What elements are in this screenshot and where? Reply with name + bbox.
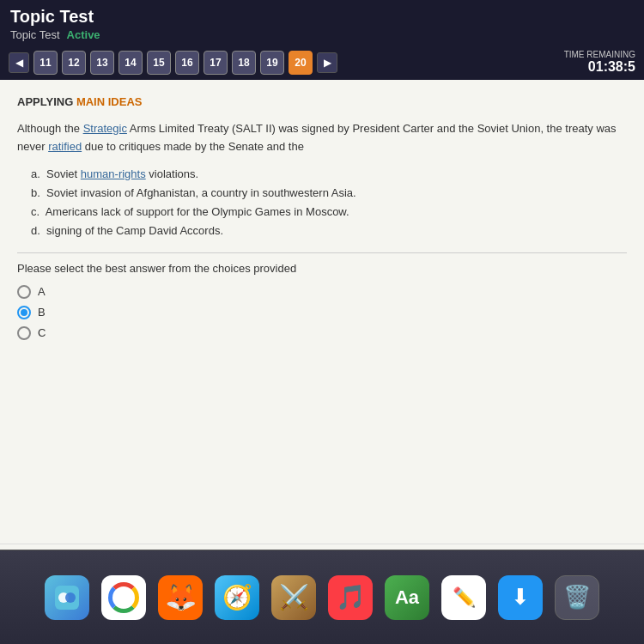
option-c-label: C [38, 326, 46, 339]
nav-btn-12[interactable]: 12 [62, 51, 86, 75]
option-c-row[interactable]: C [17, 326, 627, 340]
download-icon[interactable]: ⬇ [498, 575, 543, 620]
action-row: Mark this and return Save and Exit Next … [0, 544, 644, 550]
dock: 🦊 🧭 ⚔️ 🎵 Aa ✏️ ⬇ 🗑️ [0, 550, 644, 644]
nav-btn-13[interactable]: 13 [90, 51, 114, 75]
answer-list: a. Soviet human-rights violations. b. So… [31, 165, 627, 240]
prev-arrow[interactable]: ◀ [9, 52, 29, 73]
nav-btn-15[interactable]: 15 [147, 51, 171, 75]
dictionary-icon[interactable]: Aa [385, 575, 429, 620]
warrior-icon[interactable]: ⚔️ [271, 575, 316, 620]
select-prompt: Please select the best answer from the c… [17, 252, 627, 275]
radio-a[interactable] [17, 285, 31, 299]
answer-a: a. Soviet human-rights violations. [31, 165, 627, 184]
options-area: A B C [17, 285, 627, 340]
page-title: Topic Test [10, 7, 634, 27]
music-icon[interactable]: 🎵 [328, 575, 373, 620]
nav-btn-17[interactable]: 17 [204, 51, 228, 75]
header-bar: Topic Test Topic Test Active [0, 0, 644, 45]
salt-link: Strategic [83, 122, 127, 135]
answer-b: b. Soviet invasion of Afghanistan, a cou… [31, 184, 627, 203]
option-b-row[interactable]: B [17, 306, 627, 319]
section-heading: APPLYING MAIN IDEAS [17, 95, 627, 108]
textedit-icon[interactable]: ✏️ [441, 575, 486, 620]
trash-icon[interactable]: 🗑️ [555, 575, 599, 620]
heading-main-ideas: MAIN IDEAS [76, 95, 143, 108]
next-arrow[interactable]: ▶ [317, 52, 337, 73]
subtitle-text: Topic Test [10, 28, 60, 41]
option-a-label: A [38, 285, 46, 298]
question-body: Although the Strategic Arms Limited Trea… [17, 120, 627, 156]
radio-b-fill [21, 309, 27, 316]
option-a-row[interactable]: A [17, 285, 627, 299]
content-area: APPLYING MAIN IDEAS Although the Strateg… [0, 80, 644, 544]
time-label: TIME REMAINING [564, 50, 635, 59]
nav-btn-11[interactable]: 11 [33, 51, 58, 75]
radio-b[interactable] [17, 306, 31, 319]
nav-btn-16[interactable]: 16 [175, 51, 199, 75]
ratified-link: ratified [48, 140, 82, 153]
status-badge: Active [67, 28, 100, 41]
heading-applying: APPLYING [17, 95, 76, 108]
question-nav: ◀ 11 12 13 14 15 16 17 18 19 20 ▶ TIME R… [0, 45, 644, 80]
time-value: 01:38:5 [564, 59, 635, 75]
svg-point-2 [65, 592, 76, 603]
time-remaining: TIME REMAINING 01:38:5 [564, 50, 635, 75]
header-subtitle: Topic Test Active [10, 28, 634, 41]
option-b-label: B [38, 306, 46, 319]
chrome-icon[interactable] [101, 575, 146, 620]
finder-icon[interactable] [45, 575, 89, 620]
nav-btn-14[interactable]: 14 [118, 51, 143, 75]
nav-btn-20[interactable]: 20 [289, 51, 313, 75]
answer-d: d. signing of the Camp David Accords. [31, 222, 627, 240]
safari-icon[interactable]: 🧭 [215, 575, 259, 620]
firefox-icon[interactable]: 🦊 [158, 575, 203, 620]
answer-c: c. Americans lack of support for the Oly… [31, 203, 627, 222]
screen: Topic Test Topic Test Active ◀ 11 12 13 … [0, 0, 644, 550]
nav-btn-19[interactable]: 19 [260, 51, 284, 75]
nav-btn-18[interactable]: 18 [232, 51, 256, 75]
radio-c[interactable] [17, 326, 31, 340]
